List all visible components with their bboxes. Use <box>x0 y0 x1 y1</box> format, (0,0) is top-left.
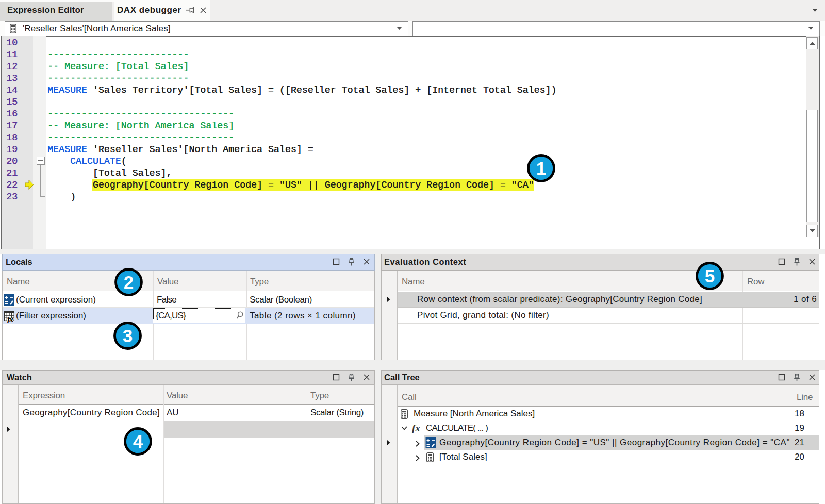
svg-text:fx: fx <box>7 315 13 323</box>
svg-text:1: 1 <box>536 158 546 178</box>
svg-text:4: 4 <box>133 431 143 451</box>
svg-text:3: 3 <box>122 326 132 346</box>
svg-text:2: 2 <box>123 272 133 292</box>
svg-text:5: 5 <box>704 266 714 286</box>
